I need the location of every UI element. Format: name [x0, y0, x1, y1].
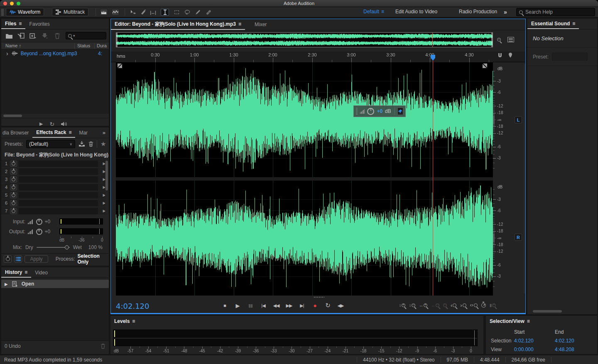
apply-button[interactable]: Apply: [25, 255, 48, 263]
show-waveform-display-button[interactable]: [100, 9, 108, 16]
effects-panel-menu-icon[interactable]: ≡: [69, 129, 71, 135]
effect-slot-row[interactable]: 7▶: [1, 207, 109, 215]
essential-panel-menu-icon[interactable]: ≡: [572, 21, 575, 27]
search-help-box[interactable]: [516, 8, 595, 16]
left-channel-badge[interactable]: L: [515, 116, 522, 123]
workspace-radio-production[interactable]: Radio Production: [459, 9, 497, 15]
zoom-out-horizontal-button[interactable]: ↔: [431, 301, 439, 309]
presets-dropdown[interactable]: (Default) ∨: [26, 140, 75, 148]
favorite-star-icon[interactable]: ★: [100, 140, 106, 148]
save-icon[interactable]: [42, 33, 49, 39]
zoom-out-full-button[interactable]: [497, 36, 501, 43]
overview-range-handle-left[interactable]: [116, 33, 118, 47]
trash-icon[interactable]: [54, 33, 61, 39]
more-panels-chevron[interactable]: »: [99, 127, 109, 138]
effect-slot-row[interactable]: 2▶: [1, 168, 109, 176]
zoom-at-playhead-button[interactable]: ▮: [490, 301, 496, 309]
slot-power-button[interactable]: [10, 169, 17, 175]
tab-essential-sound[interactable]: Essential Sound ≡: [527, 19, 579, 29]
essential-preset-field[interactable]: [552, 53, 588, 61]
view-start-value[interactable]: 0:00.000: [514, 347, 555, 352]
hud-volume-knob[interactable]: [367, 108, 374, 115]
channels-menu-icon[interactable]: [507, 37, 514, 42]
effect-slot-row[interactable]: 6▶: [1, 199, 109, 207]
levels-panel-menu-icon[interactable]: ≡: [132, 318, 135, 324]
slot-effect-well[interactable]: [19, 208, 98, 214]
spot-healing-brush-tool[interactable]: [204, 9, 213, 16]
new-content-icon[interactable]: [29, 33, 37, 39]
delete-preset-trash-icon[interactable]: [88, 141, 93, 147]
effect-slot-row[interactable]: 1▶: [1, 160, 109, 168]
tab-mixer[interactable]: Mixer: [251, 19, 270, 30]
slot-power-button[interactable]: [10, 161, 17, 167]
selection-view-menu-icon[interactable]: ≡: [527, 318, 530, 324]
file-list-item[interactable]: › Beyond ...ong Kong).mp3 4:: [1, 49, 109, 57]
marker-pin-icon[interactable]: [508, 53, 512, 59]
zoom-to-out-point-button[interactable]: ›: [460, 301, 466, 309]
output-gain-knob[interactable]: [36, 229, 42, 235]
autoplay-button[interactable]: ▶: [39, 121, 43, 126]
zoom-in-horizontal-button[interactable]: ↔: [419, 301, 427, 309]
tab-media-browser[interactable]: dia Browser: [1, 127, 32, 138]
slot-effect-well[interactable]: [19, 176, 98, 183]
multitrack-view-button[interactable]: Multitrack: [52, 8, 88, 16]
minimize-window-button[interactable]: [10, 2, 14, 5]
tab-effects-rack[interactable]: Effects Rack ≡: [32, 127, 75, 138]
slot-power-button[interactable]: [10, 200, 17, 206]
search-help-input[interactable]: [525, 9, 583, 15]
play-button[interactable]: ▶: [233, 300, 243, 310]
timer-button[interactable]: [481, 301, 486, 309]
hud-grip[interactable]: [356, 107, 358, 115]
slip-tool[interactable]: |↔|: [149, 9, 157, 16]
waveform-display[interactable]: [116, 62, 493, 296]
slot-effect-well[interactable]: [19, 169, 98, 175]
loop-playback-button[interactable]: ↻: [49, 122, 54, 126]
snap-magnet-icon[interactable]: [497, 53, 503, 59]
timeline-ruler[interactable]: hms: [111, 51, 525, 62]
tab-video[interactable]: Video: [31, 267, 51, 278]
zoom-to-selection-button[interactable]: ‹›: [470, 301, 478, 309]
waveform-bottom-splitter[interactable]: [111, 296, 525, 299]
fade-in-handle[interactable]: [118, 64, 122, 68]
effects-scrollbar[interactable]: [105, 161, 108, 214]
zoom-to-in-point-button[interactable]: ‹: [451, 301, 456, 309]
save-preset-icon[interactable]: [78, 141, 85, 147]
tab-history[interactable]: History ≡: [1, 267, 31, 278]
files-panel-menu-icon[interactable]: ≡: [19, 21, 22, 27]
editor-panel-menu-icon[interactable]: ≡: [238, 21, 241, 27]
clear-history-trash-icon[interactable]: [100, 343, 105, 349]
input-gain-knob[interactable]: [36, 219, 42, 225]
slot-power-button[interactable]: [10, 192, 17, 198]
rack-power-button[interactable]: [4, 255, 12, 263]
process-dropdown[interactable]: Selection Only: [77, 253, 109, 265]
effect-slot-row[interactable]: 3▶: [1, 176, 109, 183]
files-search-box[interactable]: ▾: [66, 32, 106, 39]
stop-button[interactable]: ■: [220, 300, 230, 310]
zoom-out-vertical-button[interactable]: ↕: [409, 301, 415, 309]
current-time-display[interactable]: 4:02.120: [116, 302, 150, 310]
loop-playback-button[interactable]: ↻: [323, 300, 333, 310]
time-selection-tool[interactable]: [161, 9, 169, 16]
files-empty-area[interactable]: [1, 57, 109, 114]
selection-end-value[interactable]: 4:02.120: [555, 338, 592, 344]
mix-slider[interactable]: [37, 247, 70, 248]
toolbar-grip[interactable]: [1, 9, 4, 16]
import-file-icon[interactable]: [17, 33, 25, 39]
workspace-default[interactable]: Default ≡: [363, 9, 384, 15]
selection-start-value[interactable]: 4:02.120: [514, 338, 555, 344]
skip-to-start-button[interactable]: |◀: [258, 300, 268, 310]
editor-vertical-scrollbar[interactable]: [524, 64, 526, 294]
close-window-button[interactable]: [3, 2, 7, 5]
effect-slot-row[interactable]: 4▶: [1, 183, 109, 191]
mix-slider-handle[interactable]: [65, 245, 69, 249]
tab-files[interactable]: Files ≡: [1, 19, 25, 29]
slot-effect-well[interactable]: [19, 200, 98, 206]
fast-forward-button[interactable]: ▶▶: [284, 300, 294, 310]
marquee-selection-tool[interactable]: [172, 9, 181, 16]
razor-tool[interactable]: [139, 9, 147, 16]
skip-selection-button[interactable]: ◀▶: [336, 300, 346, 310]
fade-out-handle[interactable]: [483, 64, 487, 68]
history-panel-menu-icon[interactable]: ≡: [25, 269, 27, 275]
open-file-icon[interactable]: [5, 33, 13, 39]
rewind-button[interactable]: ◀◀: [271, 300, 281, 310]
